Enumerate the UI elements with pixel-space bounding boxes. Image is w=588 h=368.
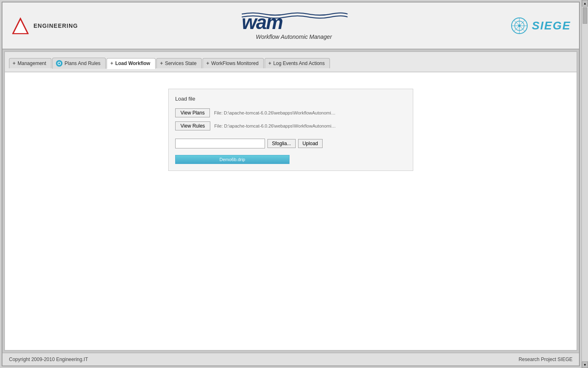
svg-point-12	[58, 62, 60, 64]
header: ENGINEERING wam Workflow Autonomic Manag…	[2, 2, 579, 49]
siege-icon	[510, 16, 529, 36]
siege-logo: SIEGE	[510, 16, 571, 36]
load-file-panel: Load file View Plans File: D:\apache-tom…	[168, 89, 413, 171]
copyright-text: Copyright 2009-2010 Engineering.IT	[9, 357, 88, 362]
progress-bar: Demo6b.drip	[175, 155, 290, 164]
load-file-title: Load file	[175, 96, 406, 102]
scrollbar-down-button[interactable]: ▼	[582, 361, 588, 368]
view-plans-button[interactable]: View Plans	[175, 108, 210, 117]
view-plans-row: View Plans File: D:\apache-tomcat-6.0.26…	[175, 108, 406, 117]
view-rules-row: View Rules File: D:\apache-tomcat-6.0.26…	[175, 121, 406, 130]
svg-rect-2	[18, 26, 23, 33]
engineering-logo: ENGINEERING	[11, 16, 78, 36]
load-workflow-icon: +	[110, 61, 113, 66]
tab-load-workflow[interactable]: + Load Workflow	[107, 58, 156, 69]
tab-services-state-label: Services State	[165, 61, 196, 66]
tab-management-label: Management	[18, 61, 46, 66]
content-area: + Management Plans And Rules + Load Work…	[4, 51, 577, 351]
workflows-monitored-icon: +	[206, 61, 209, 66]
svg-point-10	[519, 25, 521, 27]
tab-workflows-monitored[interactable]: + WorkFlows Monitored	[203, 58, 264, 68]
tab-log-events-label: Log Events And Actions	[273, 61, 325, 66]
file-input[interactable]	[175, 139, 265, 148]
tabs-bar: + Management Plans And Rules + Load Work…	[5, 52, 577, 72]
tab-plans-and-rules-label: Plans And Rules	[65, 61, 100, 66]
scrollbar-track	[582, 7, 588, 361]
siege-label: SIEGE	[532, 19, 571, 32]
browse-button[interactable]: Sfoglia...	[267, 139, 296, 148]
tab-content-area: Load file View Plans File: D:\apache-tom…	[5, 72, 577, 350]
upload-row: Sfoglia... Upload	[175, 139, 406, 148]
tab-services-state[interactable]: + Services State	[156, 58, 202, 68]
tab-plans-and-rules[interactable]: Plans And Rules	[52, 58, 106, 69]
plans-rules-icon	[56, 60, 62, 67]
engineering-icon	[11, 16, 30, 36]
svg-text:wam: wam	[242, 11, 283, 31]
view-rules-button[interactable]: View Rules	[175, 121, 210, 130]
services-state-icon: +	[160, 61, 163, 66]
progress-label: Demo6b.drip	[220, 157, 245, 162]
rules-file-path: File: D:\apache-tomcat-6.0.26\webapps\Wo…	[214, 123, 337, 128]
tab-log-events[interactable]: + Log Events And Actions	[265, 58, 330, 68]
management-icon: +	[13, 61, 16, 66]
project-text: Research Project SIEGE	[519, 357, 572, 362]
plans-file-path: File: D:\apache-tomcat-6.0.26\webapps\Wo…	[214, 110, 336, 115]
upload-button[interactable]: Upload	[298, 139, 323, 148]
wam-title-icon: wam	[238, 11, 350, 31]
footer: Copyright 2009-2010 Engineering.IT Resea…	[2, 352, 579, 366]
scrollbar[interactable]: ▲ ▼	[581, 0, 588, 368]
progress-bar-container: Demo6b.drip	[175, 155, 406, 164]
wam-logo: wam Workflow Autonomic Manager	[238, 11, 350, 40]
engineering-label: ENGINEERING	[33, 22, 78, 29]
wam-subtitle: Workflow Autonomic Manager	[238, 34, 350, 40]
tab-load-workflow-label: Load Workflow	[115, 61, 150, 66]
scrollbar-up-button[interactable]: ▲	[582, 0, 588, 7]
scrollbar-thumb[interactable]	[583, 7, 587, 24]
tab-workflows-monitored-label: WorkFlows Monitored	[211, 61, 258, 66]
tab-management[interactable]: + Management	[9, 58, 51, 68]
log-events-icon: +	[268, 61, 271, 66]
